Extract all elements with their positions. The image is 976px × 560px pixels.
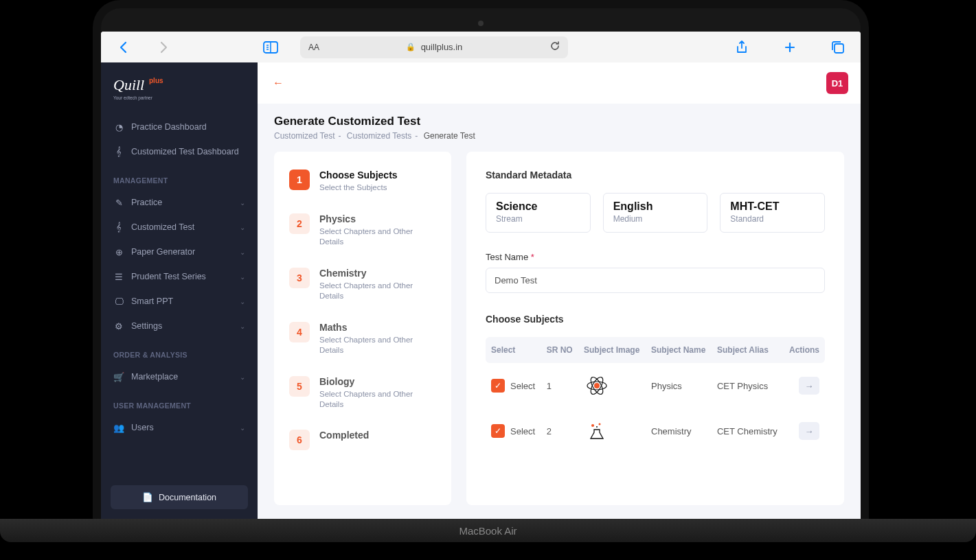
nav-practice[interactable]: ✎Practice⌄: [101, 190, 258, 215]
chevron-down-icon: ⌄: [240, 373, 245, 381]
pencil-icon: ✎: [113, 197, 124, 208]
chevron-down-icon: ⌄: [240, 323, 245, 330]
nav-users[interactable]: 👥Users⌄: [101, 415, 258, 440]
logo: Quill plus Your edtech partner: [101, 62, 258, 108]
checkbox[interactable]: ✓: [491, 379, 505, 393]
list-icon: ☰: [113, 271, 124, 282]
file-plus-icon: ⊕: [113, 246, 124, 257]
flask-icon: [584, 418, 610, 444]
meta-stream: ScienceStream: [486, 193, 591, 233]
new-tab-icon[interactable]: [780, 37, 800, 58]
reload-icon[interactable]: [550, 41, 560, 53]
address-bar[interactable]: AA 🔒 quillplus.in: [300, 36, 568, 58]
svg-point-10: [599, 423, 601, 425]
browser-toolbar: AA 🔒 quillplus.in: [101, 32, 861, 62]
choose-subjects-title: Choose Subjects: [486, 314, 825, 325]
nav-forward-button: [153, 37, 174, 58]
step-5[interactable]: 5BiologySelect Chapters and Other Detail…: [289, 376, 436, 410]
users-icon: 👥: [113, 422, 124, 433]
share-icon[interactable]: [731, 37, 752, 58]
subjects-table: Select SR NO Subject Image Subject Name …: [486, 337, 825, 454]
nav-smart-ppt[interactable]: 🖵Smart PPT⌄: [101, 289, 258, 314]
nav-practice-dashboard[interactable]: ◔Practice Dashboard: [101, 115, 258, 139]
link-icon: 𝄞: [113, 146, 124, 157]
crumb-1[interactable]: Customized Test: [274, 131, 334, 141]
nav-settings[interactable]: ⚙Settings⌄: [101, 314, 258, 338]
meta-standard: MHT-CETStandard: [720, 193, 825, 233]
steps-card: 1Choose SubjectsSelect the Subjects 2Phy…: [274, 152, 451, 505]
svg-rect-1: [835, 44, 843, 53]
step-3[interactable]: 3ChemistrySelect Chapters and Other Deta…: [289, 268, 436, 301]
row-action-button[interactable]: →: [799, 422, 819, 440]
sidebar-toggle-icon[interactable]: [260, 37, 281, 58]
nav-paper-generator[interactable]: ⊕Paper Generator⌄: [101, 240, 258, 264]
svg-point-5: [594, 383, 600, 388]
col-alias: Subject Alias: [712, 337, 784, 363]
nav-prudent-series[interactable]: ☰Prudent Test Series⌄: [101, 264, 258, 289]
step-6[interactable]: 6Completed: [289, 430, 436, 450]
page-title: Generate Customized Test: [274, 115, 844, 128]
step-4[interactable]: 4MathsSelect Chapters and Other Details: [289, 322, 436, 355]
test-name-input[interactable]: [486, 268, 825, 293]
svg-text:Quill: Quill: [113, 76, 144, 93]
col-image: Subject Image: [578, 337, 646, 363]
test-name-label: Test Name *: [486, 252, 825, 262]
breadcrumb: Customized Test- Customized Tests- Gener…: [274, 131, 844, 141]
tabs-icon[interactable]: [828, 37, 848, 58]
section-order: ORDER & ANALYSIS: [101, 338, 258, 364]
chevron-down-icon: ⌄: [240, 273, 245, 281]
pie-chart-icon: ◔: [113, 121, 124, 132]
url-text: quillplus.in: [421, 42, 463, 52]
table-row: ✓Select 2 Chemistry CET Chemistry →: [486, 408, 825, 454]
row-action-button[interactable]: →: [799, 377, 819, 395]
svg-text:plus: plus: [149, 77, 163, 84]
documentation-button[interactable]: 📄Documentation: [111, 485, 248, 509]
crumb-2[interactable]: Customized Tests: [347, 131, 411, 141]
chevron-down-icon: ⌄: [240, 224, 245, 231]
text-size-button[interactable]: AA: [308, 43, 319, 52]
crumb-3: Generate Test: [424, 131, 475, 141]
svg-text:Your edtech partner: Your edtech partner: [113, 95, 153, 101]
section-user: USER MANAGEMENT: [101, 389, 258, 415]
nav-marketplace[interactable]: 🛒Marketplace⌄: [101, 364, 258, 389]
meta-medium: EnglishMedium: [603, 193, 708, 233]
nav-customized-test[interactable]: 𝄞Customized Test⌄: [101, 215, 258, 240]
collapse-sidebar-button[interactable]: ←: [270, 75, 286, 91]
svg-point-11: [596, 426, 598, 428]
sidebar: Quill plus Your edtech partner ◔Practice…: [101, 62, 258, 522]
col-actions: Actions: [784, 337, 825, 363]
nav-customized-dashboard[interactable]: 𝄞Customized Test Dashboard: [101, 139, 258, 164]
gear-icon: ⚙: [113, 320, 124, 331]
step-1[interactable]: 1Choose SubjectsSelect the Subjects: [289, 170, 436, 193]
lock-icon: 🔒: [406, 43, 416, 51]
checkbox[interactable]: ✓: [491, 424, 505, 438]
table-row: ✓Select 1 Physics CET Physics →: [486, 363, 825, 408]
topbar: ← D1: [258, 62, 861, 104]
section-management: MANAGEMENT: [101, 164, 258, 190]
doc-icon: 📄: [142, 492, 153, 502]
test-icon: 𝄞: [113, 222, 124, 233]
col-name: Subject Name: [646, 337, 712, 363]
form-card: Standard Metadata ScienceStream EnglishM…: [466, 152, 844, 505]
nav-back-button[interactable]: [113, 37, 134, 58]
laptop-label: MacBook Air: [0, 519, 976, 542]
chevron-down-icon: ⌄: [240, 424, 245, 432]
svg-point-9: [591, 424, 594, 427]
user-avatar[interactable]: D1: [826, 72, 848, 94]
cart-icon: 🛒: [113, 371, 124, 382]
col-srno: SR NO: [541, 337, 578, 363]
chevron-down-icon: ⌄: [240, 298, 245, 305]
col-select: Select: [486, 337, 541, 363]
chevron-down-icon: ⌄: [240, 248, 245, 256]
chevron-down-icon: ⌄: [240, 199, 245, 207]
metadata-title: Standard Metadata: [486, 170, 825, 180]
step-2[interactable]: 2PhysicsSelect Chapters and Other Detail…: [289, 213, 436, 247]
atom-icon: [584, 373, 610, 399]
monitor-icon: 🖵: [113, 296, 124, 307]
